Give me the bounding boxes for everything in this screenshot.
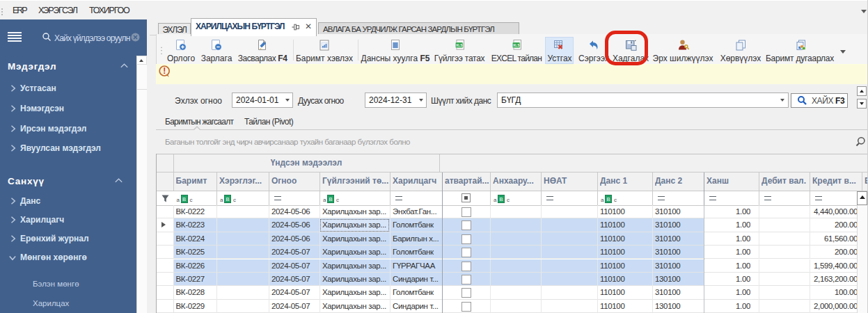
svg-text:XLS: XLS [456,44,463,47]
svg-text:XLS: XLS [513,44,520,47]
svg-text:!: ! [163,66,166,76]
